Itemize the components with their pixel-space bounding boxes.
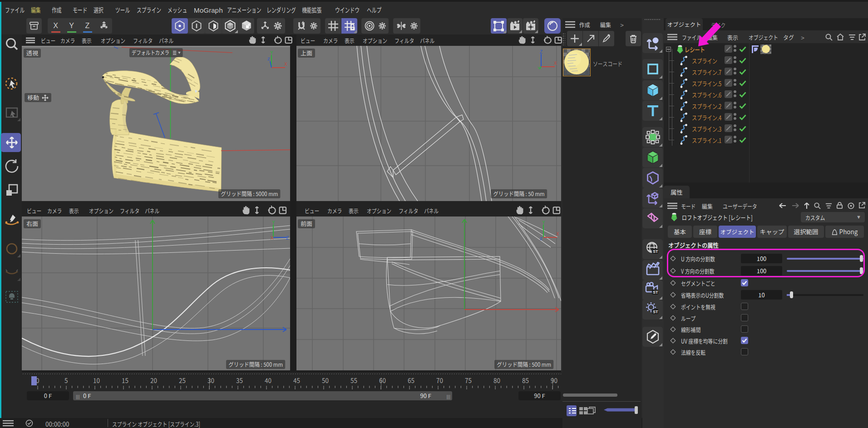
- svg-text:Z: Z: [540, 236, 542, 241]
- svg-text:Y: Y: [272, 220, 275, 226]
- svg-text:ST: ST: [653, 249, 658, 254]
- svg-text:ST: ST: [653, 290, 658, 295]
- svg-text:ST: ST: [653, 310, 658, 314]
- svg-text:X: X: [271, 234, 274, 241]
- svg-text:Y: Y: [270, 50, 273, 56]
- svg-text:Z: Z: [267, 56, 270, 62]
- svg-text:Z: Z: [286, 234, 289, 241]
- svg-text:Y: Y: [542, 220, 545, 226]
- svg-text:Z: Z: [540, 49, 542, 55]
- svg-text:Y: Y: [538, 65, 540, 70]
- svg-text:X: X: [284, 60, 287, 67]
- svg-text:X: X: [556, 230, 559, 237]
- svg-text:X: X: [554, 59, 557, 66]
